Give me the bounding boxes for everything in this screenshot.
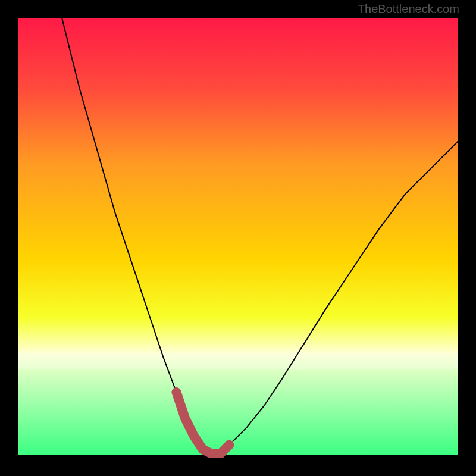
curve-layer <box>18 18 458 458</box>
attribution-text: TheBottleneck.com <box>358 2 459 16</box>
highlight-marker <box>176 392 229 454</box>
plot-area <box>18 18 458 458</box>
highlight-band <box>18 353 458 369</box>
figure: TheBottleneck.com <box>0 0 476 476</box>
bottleneck-curve <box>62 18 458 454</box>
